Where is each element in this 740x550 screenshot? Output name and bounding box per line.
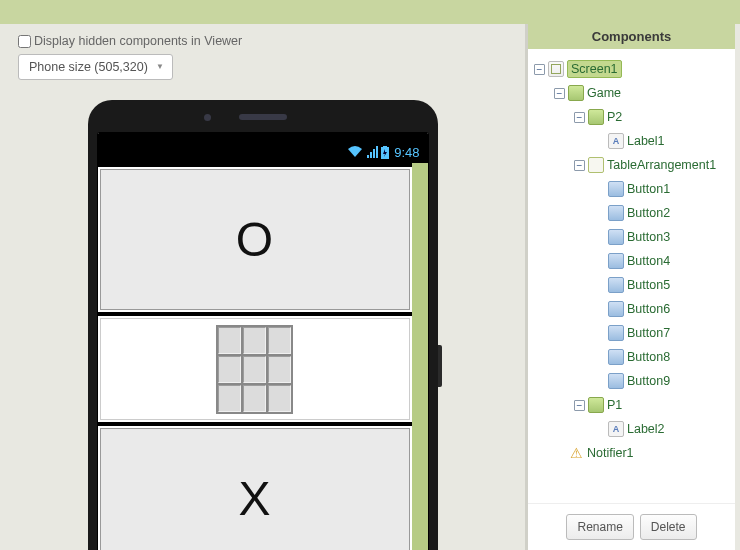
tree-node-notifier1[interactable]: Notifier1 [532, 441, 731, 465]
screen-icon [548, 61, 564, 77]
grid-cell-1[interactable] [218, 327, 241, 354]
tree-toggle[interactable]: − [574, 160, 585, 171]
display-hidden-checkbox-row[interactable]: Display hidden components in Viewer [18, 34, 507, 48]
grid-cell-5[interactable] [243, 356, 266, 383]
tree-node-label2[interactable]: Label2 [532, 417, 731, 441]
button-icon [608, 373, 624, 389]
grid-cell-7[interactable] [218, 385, 241, 412]
p1-label: X [238, 471, 270, 526]
table-icon [588, 157, 604, 173]
rename-button[interactable]: Rename [566, 514, 633, 540]
phone-screen: 9:48 O [97, 132, 429, 550]
app-body: O [98, 163, 428, 550]
display-hidden-label: Display hidden components in Viewer [34, 34, 242, 48]
container-icon [588, 397, 604, 413]
tree-toggle[interactable]: − [574, 112, 585, 123]
tree-node-game[interactable]: − Game [532, 81, 731, 105]
wifi-icon [347, 146, 363, 158]
tree-node-button4[interactable]: Button4 [532, 249, 731, 273]
tree-node-p1[interactable]: − P1 [532, 393, 731, 417]
tree-label: Button2 [627, 206, 670, 220]
p2-area[interactable]: O [100, 169, 410, 310]
p2-label: O [236, 212, 273, 267]
mid-divider-1 [98, 312, 412, 316]
battery-icon [381, 146, 389, 159]
tree-node-tablearrangement1[interactable]: − TableArrangement1 [532, 153, 731, 177]
delete-button[interactable]: Delete [640, 514, 697, 540]
mid-divider-2 [98, 422, 412, 426]
grid-cell-9[interactable] [268, 385, 291, 412]
tree-node-p2[interactable]: − P2 [532, 105, 731, 129]
tic-tac-toe-grid [216, 325, 293, 414]
warning-icon [568, 445, 584, 461]
tree-label: TableArrangement1 [607, 158, 716, 172]
tree-label: Notifier1 [587, 446, 634, 460]
top-divider [98, 163, 412, 167]
tree-node-button5[interactable]: Button5 [532, 273, 731, 297]
components-header: Components [528, 24, 735, 49]
phone-size-value: Phone size (505,320) [29, 60, 148, 74]
tree-node-button1[interactable]: Button1 [532, 177, 731, 201]
button-icon [608, 277, 624, 293]
tree-label: Button4 [627, 254, 670, 268]
phone-size-select[interactable]: Phone size (505,320) [18, 54, 173, 80]
tree-node-button8[interactable]: Button8 [532, 345, 731, 369]
grid-cell-2[interactable] [243, 327, 266, 354]
phone-side-button [438, 345, 442, 387]
main-wrap: Display hidden components in Viewer Phon… [0, 24, 740, 550]
game-container: O [98, 163, 412, 550]
button-icon [608, 325, 624, 341]
tree-label: P1 [607, 398, 622, 412]
tree-node-button7[interactable]: Button7 [532, 321, 731, 345]
tree-label: Button1 [627, 182, 670, 196]
tree-label: Button3 [627, 230, 670, 244]
android-status-bar: 9:48 [98, 141, 428, 163]
tree-node-button6[interactable]: Button6 [532, 297, 731, 321]
top-bar [0, 0, 740, 24]
tree-node-screen1[interactable]: − Screen1 [532, 57, 731, 81]
phone-speaker [239, 114, 287, 120]
panel-buttons: Rename Delete [528, 503, 735, 550]
tree-node-button2[interactable]: Button2 [532, 201, 731, 225]
tree-label: Screen1 [567, 60, 622, 78]
tree-node-button9[interactable]: Button9 [532, 369, 731, 393]
tree-label: Label1 [627, 134, 665, 148]
tree-label: P2 [607, 110, 622, 124]
tree-label: Button8 [627, 350, 670, 364]
components-panel: Components − Screen1 − Game − P2 Label1 [525, 24, 735, 550]
screen-black-bar [98, 133, 428, 141]
board-area [100, 318, 410, 420]
container-icon [568, 85, 584, 101]
p1-area[interactable]: X [100, 428, 410, 550]
tree-label: Game [587, 86, 621, 100]
button-icon [608, 229, 624, 245]
grid-cell-4[interactable] [218, 356, 241, 383]
button-icon [608, 301, 624, 317]
phone-sensor-dot [204, 114, 211, 121]
button-icon [608, 349, 624, 365]
tree-toggle[interactable]: − [534, 64, 545, 75]
tree-label: Button5 [627, 278, 670, 292]
tree-toggle[interactable]: − [574, 400, 585, 411]
label-icon [608, 133, 624, 149]
label-icon [608, 421, 624, 437]
grid-cell-6[interactable] [268, 356, 291, 383]
signal-icon [366, 146, 378, 158]
grid-cell-3[interactable] [268, 327, 291, 354]
tree-node-button3[interactable]: Button3 [532, 225, 731, 249]
component-tree[interactable]: − Screen1 − Game − P2 Label1 − [528, 49, 735, 503]
display-hidden-checkbox[interactable] [18, 35, 31, 48]
phone-top-hardware [97, 108, 429, 126]
container-icon [588, 109, 604, 125]
tree-label: Button9 [627, 374, 670, 388]
tree-toggle[interactable]: − [554, 88, 565, 99]
tree-label: Button7 [627, 326, 670, 340]
status-time: 9:48 [394, 145, 419, 160]
button-icon [608, 181, 624, 197]
grid-cell-8[interactable] [243, 385, 266, 412]
viewer-panel: Display hidden components in Viewer Phon… [0, 24, 525, 550]
tree-node-label1[interactable]: Label1 [532, 129, 731, 153]
svg-rect-1 [383, 146, 387, 148]
button-icon [608, 253, 624, 269]
tree-label: Label2 [627, 422, 665, 436]
